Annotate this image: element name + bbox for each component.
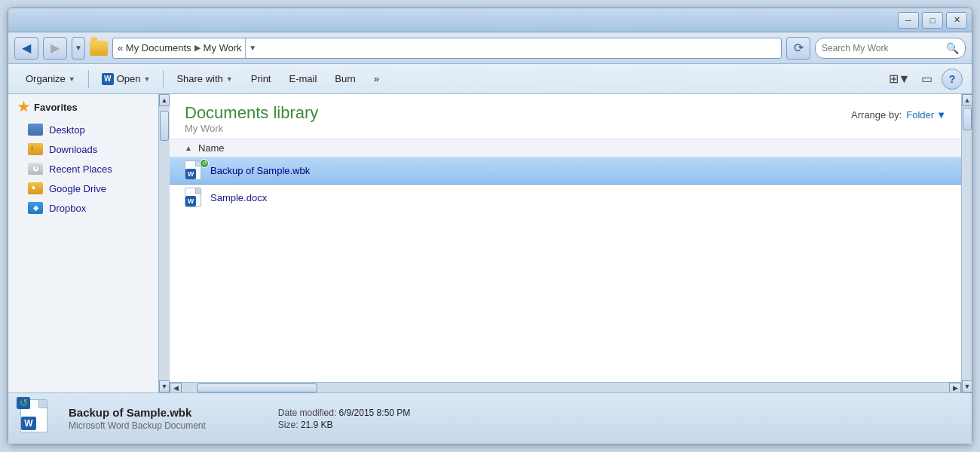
share-arrow: ▼ bbox=[226, 75, 233, 83]
big-doc-icon: W ↺ bbox=[20, 399, 47, 432]
right-scrollbar: ▲ ▼ bbox=[961, 94, 972, 392]
email-label: E-mail bbox=[289, 73, 317, 84]
open-button[interactable]: W Open ▼ bbox=[93, 67, 159, 91]
print-button[interactable]: Print bbox=[243, 67, 280, 91]
file-list: W ↺ Backup of Sample.wbk W Sa bbox=[170, 157, 961, 382]
sidebar-scroll-up[interactable]: ▲ bbox=[159, 94, 170, 106]
google-drive-icon bbox=[28, 182, 43, 194]
more-label: » bbox=[374, 73, 379, 84]
word-doc-shape-2: W bbox=[185, 188, 201, 207]
library-title: Documents library bbox=[185, 103, 318, 123]
path-dropdown-button[interactable]: ▼ bbox=[245, 38, 260, 58]
nav-dropdown-button[interactable]: ▼ bbox=[72, 37, 85, 60]
file-row-backup-wbk[interactable]: W ↺ Backup of Sample.wbk bbox=[170, 157, 961, 185]
name-column-header[interactable]: Name bbox=[198, 142, 225, 154]
word-badge: W bbox=[185, 169, 196, 179]
address-path[interactable]: « My Documents ▶ My Work ▼ bbox=[112, 38, 782, 59]
hscroll-right[interactable]: ▶ bbox=[949, 383, 961, 393]
toolbar-separator-1 bbox=[88, 70, 89, 88]
sidebar-scrollbar: ▲ ▼ bbox=[158, 94, 169, 392]
sidebar-wrapper: ★ Favorites Desktop Downloads 🕐 Recent P… bbox=[8, 94, 170, 392]
status-size-label: Size: bbox=[278, 420, 299, 430]
arrange-by: Arrange by: Folder ▼ bbox=[851, 109, 946, 121]
burn-button[interactable]: Burn bbox=[326, 67, 363, 91]
view-arrow: ▼ bbox=[899, 72, 911, 86]
folder-icon bbox=[90, 41, 108, 56]
back-button[interactable]: ◀ bbox=[14, 37, 38, 60]
sidebar-item-dropbox[interactable]: ◆ Dropbox bbox=[8, 198, 158, 218]
sidebar-inner: ★ Favorites Desktop Downloads 🕐 Recent P… bbox=[8, 94, 158, 392]
hscroll-track[interactable] bbox=[182, 383, 949, 393]
close-button[interactable]: ✕ bbox=[946, 12, 967, 29]
explorer-window: ─ □ ✕ ◀ ▶ ▼ « My Documents ▶ My Work ▼ ⟳… bbox=[8, 8, 972, 444]
status-size-row: Size: 21.9 KB bbox=[278, 420, 410, 430]
email-button[interactable]: E-mail bbox=[280, 67, 325, 91]
sidebar-item-downloads-label: Downloads bbox=[49, 144, 97, 155]
burn-label: Burn bbox=[335, 73, 355, 84]
word-badge-2: W bbox=[185, 196, 196, 206]
sidebar-item-gdrive-label: Google Drive bbox=[49, 183, 106, 194]
favorites-label: Favorites bbox=[34, 102, 78, 113]
sample-docx-icon: W bbox=[185, 188, 206, 209]
vscroll-up[interactable]: ▲ bbox=[962, 94, 972, 106]
organize-button[interactable]: Organize ▼ bbox=[17, 67, 84, 91]
toolbar-right: ⊞ ▼ ▭ ? bbox=[887, 69, 963, 90]
share-with-label: Share with bbox=[176, 73, 222, 84]
address-bar: ◀ ▶ ▼ « My Documents ▶ My Work ▼ ⟳ 🔍 bbox=[8, 32, 972, 64]
sidebar-scroll-thumb[interactable] bbox=[160, 111, 169, 141]
minimize-button[interactable]: ─ bbox=[898, 12, 919, 29]
vscroll-thumb[interactable] bbox=[963, 108, 972, 130]
view-options-button[interactable]: ⊞ ▼ bbox=[887, 69, 911, 90]
status-filename: Backup of Sample.wbk bbox=[69, 406, 206, 419]
sidebar-item-google-drive[interactable]: Google Drive bbox=[8, 179, 158, 198]
favorites-header: ★ Favorites bbox=[8, 94, 158, 120]
open-label: Open bbox=[117, 73, 141, 84]
path-root: « My Documents bbox=[118, 42, 191, 53]
arrange-value-link[interactable]: Folder ▼ bbox=[906, 109, 946, 121]
path-separator: ▶ bbox=[194, 43, 201, 53]
refresh-button[interactable]: ⟳ bbox=[786, 37, 810, 60]
sidebar-item-desktop[interactable]: Desktop bbox=[8, 120, 158, 139]
restore-button[interactable]: □ bbox=[922, 12, 943, 29]
hscroll-left[interactable]: ◀ bbox=[170, 383, 182, 393]
more-button[interactable]: » bbox=[366, 67, 387, 91]
hscroll-thumb[interactable] bbox=[197, 383, 317, 392]
file-name-sample: Sample.docx bbox=[210, 192, 267, 203]
arrange-arrow: ▼ bbox=[936, 109, 946, 121]
sidebar-item-downloads[interactable]: Downloads bbox=[8, 139, 158, 159]
main-content: ★ Favorites Desktop Downloads 🕐 Recent P… bbox=[8, 94, 972, 392]
desktop-icon bbox=[28, 124, 43, 136]
share-with-button[interactable]: Share with ▼ bbox=[168, 67, 240, 91]
big-arrow-badge: ↺ bbox=[17, 397, 30, 409]
status-date-val: 6/9/2015 8:50 PM bbox=[339, 408, 411, 418]
status-size-value: 21.9 KB bbox=[301, 420, 333, 430]
library-subtitle: My Work bbox=[185, 123, 318, 134]
status-file-icon: W ↺ bbox=[20, 399, 57, 438]
sidebar-item-recent-places[interactable]: 🕐 Recent Places bbox=[8, 159, 158, 179]
vscroll-down[interactable]: ▼ bbox=[962, 380, 972, 392]
backup-wbk-icon: W ↺ bbox=[185, 160, 206, 182]
downloads-folder-icon bbox=[28, 143, 43, 155]
print-label: Print bbox=[251, 73, 271, 84]
search-input[interactable] bbox=[822, 43, 943, 53]
search-icon[interactable]: 🔍 bbox=[946, 42, 959, 54]
big-word-badge: W bbox=[21, 417, 36, 430]
favorites-star-icon: ★ bbox=[17, 99, 29, 115]
path-leaf: My Work bbox=[204, 42, 242, 53]
sidebar-scroll-track[interactable] bbox=[159, 106, 170, 380]
preview-pane-button[interactable]: ▭ bbox=[914, 69, 939, 90]
horizontal-scrollbar: ◀ ▶ bbox=[170, 382, 961, 392]
toolbar: Organize ▼ W Open ▼ Share with ▼ Print E… bbox=[8, 64, 972, 94]
help-button[interactable]: ? bbox=[942, 69, 963, 90]
file-area-wrapper: Documents library My Work Arrange by: Fo… bbox=[170, 94, 972, 392]
sort-arrow: ▲ bbox=[185, 144, 192, 152]
status-bar: W ↺ Backup of Sample.wbk Microsoft Word … bbox=[8, 392, 972, 444]
status-date-row: Date modified: 6/9/2015 8:50 PM bbox=[278, 408, 410, 418]
organize-label: Organize bbox=[26, 73, 66, 84]
vscroll-track[interactable] bbox=[962, 106, 972, 380]
sidebar-scroll-down[interactable]: ▼ bbox=[159, 380, 170, 392]
word-doc-shape: W bbox=[185, 160, 201, 180]
column-header: ▲ Name bbox=[170, 139, 961, 157]
file-row-sample-docx[interactable]: W Sample.docx bbox=[170, 185, 961, 212]
forward-button[interactable]: ▶ bbox=[43, 37, 67, 60]
